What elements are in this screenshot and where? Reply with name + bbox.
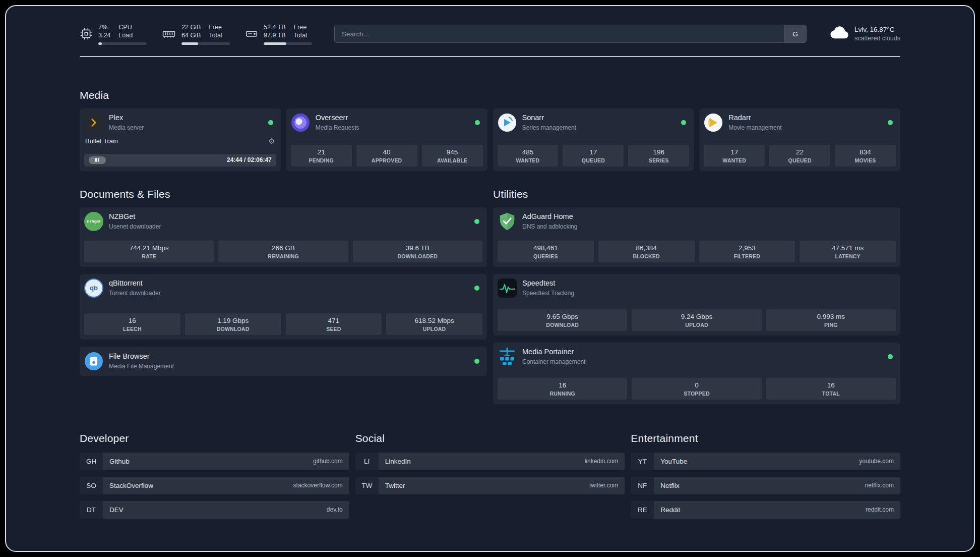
- developer-section-title: Developer: [80, 432, 349, 444]
- speedtest-stat-upload: 9.24 Gbps UPLOAD: [632, 309, 761, 331]
- search-provider-button[interactable]: G: [784, 25, 806, 42]
- sonarr-stat-queued: 17 QUEUED: [563, 145, 624, 166]
- adguard-stat-queries: 498,461 QUERIES: [498, 241, 594, 262]
- radarr-stat-queued: 22 QUEUED: [769, 145, 830, 166]
- memory-resource-widget: 22 GiB 64 GiB Free Total: [162, 23, 230, 45]
- filebrowser-description: Media File Management: [109, 363, 174, 370]
- adguard-name: AdGuard Home: [522, 212, 577, 221]
- plex-playback-time: 24:44 / 02:06:47: [227, 156, 272, 163]
- documents-section-title: Documents & Files: [80, 188, 487, 200]
- sonarr-stat-wanted: 485 WANTED: [498, 145, 559, 166]
- service-card-portainer[interactable]: Media Portainer Container management 16 …: [493, 343, 900, 404]
- media-section-title: Media: [80, 89, 900, 101]
- nzbget-description: Usenet downloader: [109, 223, 161, 230]
- qbittorrent-name: qBittorrent: [109, 279, 161, 288]
- topbar-divider: [80, 56, 900, 57]
- speedtest-icon: [498, 278, 517, 298]
- cpu-load-label: Load: [118, 31, 133, 39]
- service-card-filebrowser[interactable]: File Browser Media File Management: [80, 347, 487, 376]
- cpu-usage-value: 7%: [98, 23, 110, 31]
- radarr-description: Movie management: [728, 124, 781, 131]
- service-card-radarr[interactable]: Radarr Movie management 17 WANTED 22 QUE…: [699, 108, 900, 171]
- overseerr-description: Media Requests: [316, 124, 359, 131]
- pause-button[interactable]: [89, 156, 106, 164]
- sonarr-stat-series: 196 SERIES: [628, 145, 689, 166]
- adguard-icon: [498, 212, 517, 231]
- service-card-nzbget[interactable]: nzbget NZBGet Usenet downloader 744.21 M…: [80, 207, 487, 267]
- weather-location: Lviv, 16.87°C: [854, 25, 900, 34]
- plex-status-indicator: [268, 120, 273, 125]
- social-section-title: Social: [355, 432, 625, 444]
- filebrowser-status-indicator: [474, 359, 479, 364]
- bookmark-group-entertainment: Entertainment YT YouTube youtube.com NF …: [631, 432, 900, 525]
- qbittorrent-stat-download: 1.19 Gbps DOWNLOAD: [185, 313, 281, 335]
- resource-widgets: 7% 3.24 CPU Load: [80, 23, 312, 45]
- radarr-stat-movies: 834 MOVIES: [835, 145, 896, 166]
- filebrowser-icon: [84, 352, 103, 371]
- memory-free-value: 22 GiB: [181, 23, 201, 31]
- bookmark-group-social: Social LI LinkedIn linkedin.com TW Twitt…: [355, 432, 625, 525]
- cpu-icon: [80, 27, 93, 40]
- plex-icon: [84, 113, 103, 132]
- section-utilities: Utilities AdGuard Home DNS and adblockin…: [493, 188, 900, 404]
- service-card-qbittorrent[interactable]: qb qBittorrent Torrent downloader 16 LEE…: [80, 274, 487, 340]
- nzbget-stat-rate: 744.21 Mbps RATE: [84, 241, 214, 262]
- sonarr-name: Sonarr: [522, 114, 576, 122]
- bookmark-github[interactable]: GH Github github.com: [80, 453, 349, 470]
- portainer-name: Media Portainer: [522, 348, 585, 356]
- service-card-speedtest[interactable]: Speedtest Speedtest Tracking 9.65 Gbps D…: [493, 274, 900, 336]
- memory-progress-bar: [181, 42, 230, 45]
- service-card-overseerr[interactable]: Overseerr Media Requests 21 PENDING 40 A…: [286, 108, 487, 171]
- bookmark-youtube[interactable]: YT YouTube youtube.com: [631, 453, 900, 470]
- adguard-description: DNS and adblocking: [522, 223, 577, 230]
- entertainment-section-title: Entertainment: [631, 432, 900, 444]
- gear-icon[interactable]: ⚙: [268, 137, 275, 145]
- overseerr-status-indicator: [475, 120, 480, 125]
- cpu-progress-bar: [98, 42, 147, 45]
- memory-free-label: Free: [209, 23, 222, 31]
- bookmark-dev[interactable]: DT DEV dev.to: [80, 501, 349, 519]
- overseerr-icon: [291, 113, 310, 132]
- nzbget-stat-remaining: 266 GB REMAINING: [218, 241, 348, 262]
- qbittorrent-icon: qb: [84, 278, 103, 298]
- top-bar: 7% 3.24 CPU Load: [80, 23, 900, 45]
- bookmark-twitter[interactable]: TW Twitter twitter.com: [355, 477, 625, 494]
- section-media: Media Plex Media server: [80, 89, 900, 171]
- utilities-section-title: Utilities: [493, 188, 900, 200]
- service-card-adguard[interactable]: AdGuard Home DNS and adblocking 498,461 …: [493, 207, 900, 267]
- memory-total-value: 64 GiB: [181, 31, 201, 39]
- service-card-sonarr[interactable]: Sonarr Series management 485 WANTED 17 Q…: [493, 108, 694, 171]
- portainer-icon: [498, 347, 517, 366]
- portainer-stat-running: 16 RUNNING: [498, 378, 627, 400]
- radarr-status-indicator: [888, 120, 893, 125]
- bookmark-netflix[interactable]: NF Netflix netflix.com: [631, 477, 900, 494]
- nzbget-status-indicator: [474, 219, 479, 224]
- bookmark-linkedin[interactable]: LI LinkedIn linkedin.com: [355, 453, 625, 470]
- qbittorrent-stat-seed: 471 SEED: [286, 313, 382, 335]
- qbittorrent-stat-upload: 618.52 Mbps UPLOAD: [386, 313, 482, 335]
- bookmark-reddit[interactable]: RE Reddit reddit.com: [631, 501, 900, 519]
- disk-free-label: Free: [294, 23, 307, 31]
- memory-total-label: Total: [209, 31, 222, 39]
- service-card-plex[interactable]: Plex Media server Bullet Train ⚙ 24:44 /…: [80, 108, 281, 171]
- speedtest-stat-download: 9.65 Gbps DOWNLOAD: [498, 309, 627, 331]
- plex-name: Plex: [109, 114, 144, 122]
- weather-condition: scattered clouds: [854, 34, 900, 43]
- sonarr-icon: [498, 113, 517, 132]
- cpu-load-value: 3.24: [98, 31, 110, 39]
- adguard-stat-latency: 47.571 ms LATENCY: [800, 241, 896, 262]
- filebrowser-name: File Browser: [109, 352, 174, 361]
- nzbget-name: NZBGet: [109, 212, 161, 221]
- radarr-name: Radarr: [728, 114, 781, 122]
- bookmark-stackoverflow[interactable]: SO StackOverflow stackoverflow.com: [80, 477, 349, 494]
- radarr-icon: [704, 113, 723, 132]
- bookmark-group-developer: Developer GH Github github.com SO StackO…: [80, 432, 349, 525]
- portainer-status-indicator: [888, 354, 893, 359]
- search-input[interactable]: [335, 25, 784, 42]
- portainer-stat-total: 16 TOTAL: [766, 378, 896, 400]
- overseerr-stat-approved: 40 APPROVED: [356, 145, 417, 166]
- overseerr-name: Overseerr: [316, 114, 359, 122]
- window-frame: 7% 3.24 CPU Load: [0, 0, 980, 557]
- qbittorrent-stat-leech: 16 LEECH: [84, 313, 180, 335]
- plex-description: Media server: [109, 124, 144, 131]
